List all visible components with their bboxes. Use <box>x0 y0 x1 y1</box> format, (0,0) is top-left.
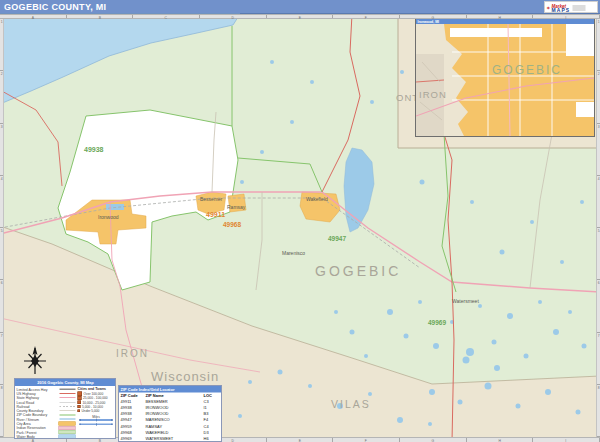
city-class-symbol <box>78 405 81 408</box>
zip-col-header: ZIP Name <box>146 393 204 398</box>
scale-bar-km <box>80 423 113 425</box>
legend-item-label: Water Body <box>17 435 59 439</box>
zip-cell: F4 <box>204 418 222 423</box>
legend-swatch-line-county <box>60 410 76 411</box>
grid-cell-B: B <box>67 15 134 18</box>
legend-swatch-line-blue <box>60 419 76 420</box>
legend-item-label: State Highway <box>17 396 60 400</box>
zip-cell: D3 <box>204 430 222 435</box>
zip-cell: H6 <box>204 436 222 441</box>
legend-item-label: Local Road <box>17 400 60 404</box>
legend-swatch-line-red <box>60 393 76 394</box>
legend-item-label: US Highway <box>17 392 60 396</box>
inset-graphics <box>416 24 594 136</box>
city-class-label: 10,000 - 25,000 <box>83 400 106 404</box>
zip-cell: WATERSMEET <box>146 436 204 441</box>
legend-swatch-line-green <box>60 414 76 415</box>
zip-table-row: 49959RAMSAYC4 <box>119 423 222 429</box>
grid-ruler-right: 12345678 <box>596 19 600 437</box>
city-bessemer <box>196 192 226 214</box>
zip-cell: 49911 <box>121 399 146 404</box>
grid-cell-2: 2 <box>0 71 3 123</box>
zip-cell: BESSEMER <box>146 399 204 404</box>
zip-cell: 49969 <box>121 436 146 441</box>
zip-cell: WAKEFIELD <box>146 430 204 435</box>
zip-cell: B3 <box>204 412 222 417</box>
zip-cell: 49938 <box>121 405 146 410</box>
legend-item-label: Limited Access Hwy <box>17 387 60 391</box>
zip-cell: C3 <box>204 399 222 404</box>
grid-cell-4: 4 <box>0 176 3 228</box>
zip-cell: 49968 <box>121 430 146 435</box>
grid-cell-G: G <box>400 438 467 442</box>
zip-cell: RAMSAY <box>146 424 204 429</box>
zip-table-column-headers: ZIP CodeZIP NameLOC <box>119 393 222 399</box>
zip-table-row: 49911BESSEMERC3 <box>119 399 222 405</box>
legend-item-label: County Boundary <box>17 409 60 413</box>
grid-cell-6: 6 <box>0 280 3 332</box>
zip-cell: 49959 <box>121 424 146 429</box>
city-class-symbol <box>78 400 82 404</box>
zip-cell: MARENISCO <box>146 418 204 423</box>
legend-swatch-line-rail <box>60 406 76 407</box>
city-wakefield <box>300 192 340 222</box>
zip-cell: C4 <box>204 424 222 429</box>
zip-table-row: 49968WAKEFIELDD3 <box>119 429 222 435</box>
county-zip-wall-map: { "colors": { "titleBlue": "#7191cb", "p… <box>0 0 600 442</box>
zip-table-rows: 49911BESSEMERC349938IRONWOODI149938IRONW… <box>119 399 222 442</box>
legend-symbol-list: Limited Access HwyUS HighwayState Highwa… <box>17 387 76 439</box>
grid-cell-1: 1 <box>0 19 3 71</box>
grid-cell-E: E <box>267 438 334 442</box>
zip-cell: 49947 <box>121 418 146 423</box>
legend-item-label: River / Stream <box>17 417 60 421</box>
zip-table-row: 49947MARENISCOF4 <box>119 417 222 423</box>
grid-cell-H: H <box>467 15 534 18</box>
grid-cell-G: G <box>400 15 467 18</box>
legend-item-label: Indian Reservation <box>17 426 59 430</box>
zip-table-row: 49938IRONWOODI1 <box>119 405 222 411</box>
legend-title: 2016 Gogebic County, MI Map <box>15 379 116 386</box>
grid-cell-I: I <box>533 15 600 18</box>
zip-cell: IRONWOOD <box>146 412 204 417</box>
grid-cell-E: E <box>267 15 334 18</box>
grid-cell-C: C <box>133 15 200 18</box>
legend-item-label: ZIP Code Boundary <box>17 413 60 417</box>
zip-table-row: 49969WATERSMEETH6 <box>119 435 222 441</box>
legend-item-label: Park / Forest <box>17 430 59 434</box>
zip-cell: 49938 <box>121 412 146 417</box>
grid-cell-8: 8 <box>0 385 3 437</box>
inset-map-ironwood: Ironwood, MI GOGEBICIRON <box>415 18 595 137</box>
legend-item-label: City Area <box>17 422 59 426</box>
legend-swatch-line-pink <box>60 397 76 398</box>
legend-item-label: Railroad <box>17 405 60 409</box>
grid-cell-7: 7 <box>0 333 3 385</box>
grid-ruler-top: ABCDEFGHI <box>0 14 600 19</box>
legend-swatch-fill-blue <box>59 434 76 438</box>
grid-cell-H: H <box>467 438 534 442</box>
grid-cell-F: F <box>333 15 400 18</box>
city-class-label: 25,000 - 100,000 <box>83 396 108 400</box>
city-class-label: Under 5,000 <box>82 409 100 413</box>
grid-cell-5: 5 <box>0 228 3 280</box>
grid-cell-3: 3 <box>0 124 3 176</box>
scale-bar-group: Miles <box>78 415 115 425</box>
grid-ruler-left: 12345678 <box>0 19 4 437</box>
zip-col-header: ZIP Code <box>121 393 146 398</box>
legend-city-class: Under 5,000 <box>78 409 115 413</box>
city-ramsay <box>228 194 246 212</box>
city-class-label: 5,000 - 10,000 <box>82 405 103 409</box>
compass-rose-icon <box>22 346 48 376</box>
grid-cell-A: A <box>0 15 67 18</box>
legend-swatch-line-thick <box>60 388 76 390</box>
city-class-symbol <box>78 396 82 400</box>
ironwood-reservoir <box>106 204 124 210</box>
grid-cell-F: F <box>333 438 400 442</box>
legend-item: Water Body <box>17 434 76 438</box>
zip-cell: IRONWOOD <box>146 405 204 410</box>
grid-cell-I: I <box>533 438 600 442</box>
legend-swatch-line-gray <box>60 402 76 403</box>
city-class-label: Over 100,000 <box>84 392 104 396</box>
legend-city-classes: Over 100,00025,000 - 100,00010,000 - 25,… <box>78 392 115 413</box>
scale-bar-miles <box>80 419 113 421</box>
zip-cell: I1 <box>204 405 222 410</box>
